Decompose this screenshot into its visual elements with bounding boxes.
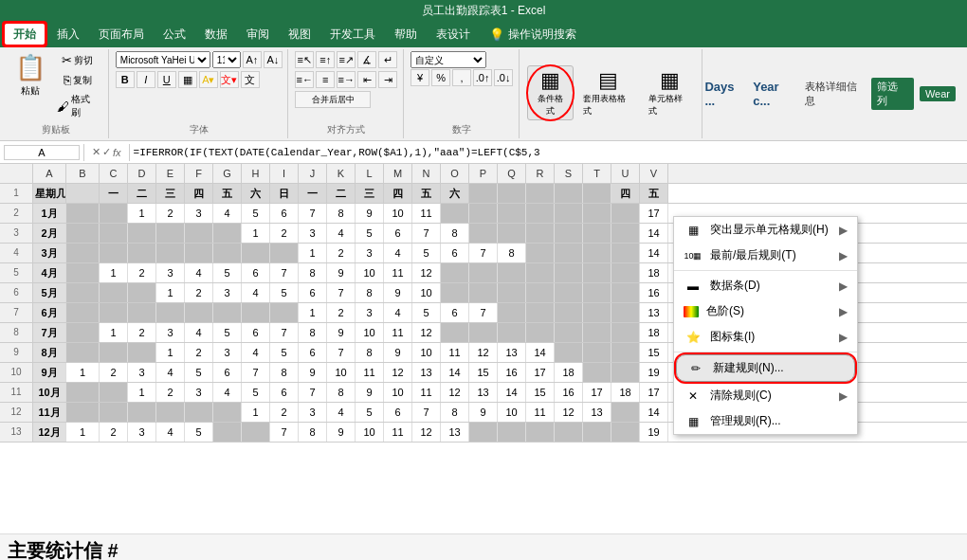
tab-table-design[interactable]: 表设计 [427,21,480,47]
angle-text[interactable]: ∡ [357,51,376,68]
col-P[interactable]: P [469,164,498,183]
cell-r4-c10[interactable]: 3 [356,244,384,262]
cell-r6-c2[interactable] [128,283,156,302]
cell-r5-c1[interactable]: 1 [100,263,128,282]
cell-r7-c13[interactable]: 6 [441,303,469,322]
cell-r4-c7[interactable] [270,244,299,262]
cell-r6-c20[interactable]: 16 [640,283,668,302]
cell-r3-c14[interactable] [469,224,498,243]
cell-r3-c11[interactable]: 6 [384,224,412,243]
cell-r12-c8[interactable]: 3 [299,403,327,422]
menu-item-colorscale[interactable]: 色阶(S) ▶ [674,298,857,324]
cell-r12-c18[interactable]: 13 [583,403,611,422]
cell-r9-c18[interactable] [583,343,611,362]
cell-r9-c6[interactable]: 4 [242,343,270,362]
cell-r5-c5[interactable]: 5 [213,263,242,282]
cell-r13-c9[interactable]: 9 [327,423,356,442]
cell-r10-c6[interactable]: 7 [242,363,270,382]
cell-r5-c18[interactable] [583,263,611,282]
cell-r7-c19[interactable] [611,303,640,322]
cell-r13-c12[interactable]: 12 [412,423,441,442]
cell-r13-c6[interactable] [242,423,270,442]
cell-r11-c3[interactable]: 2 [156,383,185,402]
name-box[interactable] [4,145,80,160]
col-K[interactable]: K [327,164,356,183]
conditional-format-button[interactable]: ▦ 条件格式 [527,65,574,120]
cell-r5-c14[interactable] [469,263,498,282]
col-F[interactable]: F [185,164,213,183]
cell-r5-c11[interactable]: 11 [384,263,412,282]
cell-r9-c19[interactable] [611,343,640,362]
cell-r4-c18[interactable] [583,244,611,262]
cell-r9-c16[interactable]: 14 [526,343,555,362]
cell-r4-c8[interactable]: 1 [299,244,327,262]
col-L[interactable]: L [356,164,384,183]
cell-r12-c2[interactable] [128,403,156,422]
cell-r12-c3[interactable] [156,403,185,422]
cell-r8-c5[interactable]: 5 [213,323,242,342]
cell-r11-c2[interactable]: 1 [128,383,156,402]
month-cell-5月[interactable]: 5月 [33,283,66,302]
menu-item-topbottom[interactable]: 10▦ 最前/最后规则(T) ▶ [674,243,857,268]
cell-r4-c9[interactable]: 2 [327,244,356,262]
cell-r13-c4[interactable]: 5 [185,423,213,442]
merge-cells-button[interactable]: 合并后居中 [295,91,371,108]
cell-1-N[interactable]: 五 [412,184,441,203]
cell-1-D[interactable]: 二 [128,184,156,203]
tab-dev-tools[interactable]: 开发工具 [320,21,385,47]
menu-item-clear-rules[interactable]: ✕ 清除规则(C) ▶ [674,383,857,408]
cell-r8-c15[interactable] [498,323,526,342]
cell-r10-c9[interactable]: 10 [327,363,356,382]
cell-r10-c19[interactable] [611,363,640,382]
cell-r9-c9[interactable]: 7 [327,343,356,362]
month-cell-8月[interactable]: 8月 [33,343,66,362]
cell-r9-c13[interactable]: 11 [441,343,469,362]
cell-r3-c13[interactable]: 8 [441,224,469,243]
cell-r5-c12[interactable]: 12 [412,263,441,282]
cell-r5-c16[interactable] [526,263,555,282]
cell-r5-c17[interactable] [555,263,583,282]
cell-r7-c18[interactable] [583,303,611,322]
cell-1-F[interactable]: 四 [185,184,213,203]
cell-r7-c0[interactable] [66,303,100,322]
cell-r12-c16[interactable]: 11 [526,403,555,422]
cell-r3-c18[interactable] [583,224,611,243]
cell-r4-c19[interactable] [611,244,640,262]
menu-item-manage-rules[interactable]: ▦ 管理规则(R)... [674,408,857,434]
cell-r6-c12[interactable]: 10 [412,283,441,302]
increase-decimal[interactable]: .0↑ [473,69,492,86]
cell-r6-c4[interactable]: 2 [185,283,213,302]
cell-r5-c19[interactable] [611,263,640,282]
cell-r8-c2[interactable]: 2 [128,323,156,342]
col-U[interactable]: U [611,164,640,183]
cell-r8-c13[interactable] [441,323,469,342]
cell-r5-c20[interactable]: 18 [640,263,668,282]
menu-item-iconset[interactable]: ⭐ 图标集(I) ▶ [674,324,857,350]
cell-1-V[interactable]: 五 [640,184,668,203]
cell-r3-c19[interactable] [611,224,640,243]
cell-r8-c14[interactable] [469,323,498,342]
cell-r2-c8[interactable]: 7 [299,204,327,223]
cell-r4-c12[interactable]: 5 [412,244,441,262]
col-Q[interactable]: Q [498,164,526,183]
cell-r13-c10[interactable]: 10 [356,423,384,442]
month-cell-4月[interactable]: 4月 [33,263,66,282]
cell-r13-c3[interactable]: 4 [156,423,185,442]
cell-r6-c10[interactable]: 8 [356,283,384,302]
cell-r3-c4[interactable] [185,224,213,243]
cell-r12-c20[interactable]: 14 [640,403,668,422]
cell-r7-c1[interactable] [100,303,128,322]
month-cell-3月[interactable]: 3月 [33,244,66,262]
cell-r13-c7[interactable]: 7 [270,423,299,442]
cell-r2-c5[interactable]: 4 [213,204,242,223]
cut-button[interactable]: ✂ 剪切 [53,51,102,69]
cell-r6-c11[interactable]: 9 [384,283,412,302]
cell-r3-c20[interactable]: 14 [640,224,668,243]
cell-1-I[interactable]: 日 [270,184,299,203]
cell-r8-c8[interactable]: 8 [299,323,327,342]
cell-r2-c6[interactable]: 5 [242,204,270,223]
col-B[interactable]: B [66,164,100,183]
comma-button[interactable]: , [452,69,471,86]
cell-r10-c18[interactable] [583,363,611,382]
cell-r6-c13[interactable] [441,283,469,302]
